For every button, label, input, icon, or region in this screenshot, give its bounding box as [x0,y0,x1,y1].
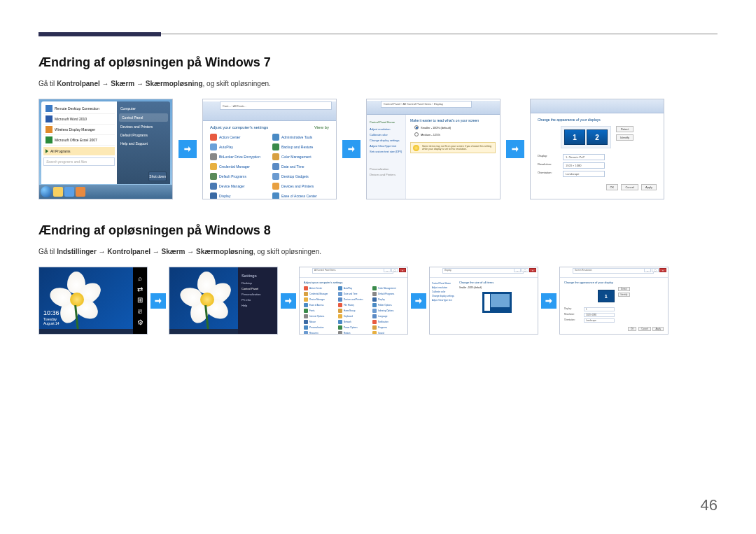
arrow-glyph: → [99,248,106,255]
screenshot-win8-settings-pane: Settings Desktop Control Panel Personali… [169,267,278,335]
address-bar: Display [442,268,524,274]
address-bar: Screen Resolution [573,268,654,274]
path-skaerm: Skærm [111,80,134,87]
share-icon: ⇄ [136,286,144,294]
settings-control-panel: Control Panel [241,287,274,290]
step-arrow-icon [411,293,426,309]
devices-icon: ⎚ [136,307,144,316]
monitor-1-icon: 1 [564,129,585,145]
apply-button: Apply [641,184,657,190]
res-title: Change the appearance of your displays [538,118,657,122]
instr-suffix: , og skift opløsningen. [253,248,321,255]
search-icon: ⌕ [136,274,144,283]
screenshot-win8-desktop-charms: 10:36Tuesday August 14 ⌕ ⇄ ⊞ ⎚ ⚙ [38,267,148,335]
all-programs: All Programs [43,147,115,155]
section2-title: Ændring af opløsningen på Windows 8 [38,223,718,238]
charms-bar: ⌕ ⇄ ⊞ ⎚ ⚙ [133,267,147,334]
size-option: Smaller - 100% (default) [459,286,535,289]
display-title: Make it easier to read what's on your sc… [410,118,496,122]
arrow-glyph: → [187,248,194,255]
cancel-button: Cancel [621,184,638,190]
side-home: Control Panel Home [370,120,402,124]
path-kontrolpanel: Kontrolpanel [107,248,150,255]
viewby-label: View by [314,125,329,129]
monitor-2-icon: 2 [587,129,608,145]
window-controls: –□× [644,268,666,272]
apply-button: Apply [652,327,664,331]
win7-steps-row: Remote Desktop Connection Microsoft Word… [38,99,718,199]
start-item: Microsoft Word 2010 [55,117,87,121]
radio-smaller: Smaller - 100% (default) [421,126,451,129]
ok-button: OK [606,184,619,190]
settings-pane: Settings Desktop Control Panel Personali… [238,267,277,334]
address-bar: All Control Panel Items [312,268,393,274]
path-skaermoplosning: Skærmopløsning [196,248,253,255]
start-item: Remote Desktop Connection [55,106,99,111]
screenshot-win7-control-panel: Cont... › All Contr... Adjust your compu… [202,99,337,199]
arrow-glyph: → [153,248,160,255]
detect-button: Detect [616,126,634,132]
start-icon: ⊞ [136,296,144,304]
cp-header: Adjust your computer's settings [210,125,268,129]
preview-icon [482,292,512,313]
arrow-glyph: → [136,80,144,87]
address-bar: Control Panel › All Control Panel Items … [381,101,472,108]
section1-title: Ændring af opløsningen på Windows 7 [38,55,718,70]
screenshot-win8-control-panel: All Control Panel Items –□× Adjust your … [299,267,408,335]
header-accent [38,32,161,36]
path-kontrolpanel: Kontrolpanel [57,80,100,87]
start-orb [41,186,52,197]
header-rule [38,34,718,34]
search-input: Search programs and files [43,157,115,166]
screenshot-win7-start-menu: Remote Desktop Connection Microsoft Word… [38,99,173,199]
path-skaermoplosning: Skærmopløsning [146,80,203,87]
identify-button: Identify [618,293,631,297]
screenshot-win8-display: Display –□× Control Panel HomeAdjust res… [429,267,538,335]
monitor-1-icon: 1 [598,290,615,302]
taskbar-icon [76,187,85,197]
detect-button: Detect [618,287,631,291]
warning-message: Some items may not fit on your screen if… [410,142,496,153]
step-arrow-icon [506,140,524,158]
section1-instruction: Gå til Kontrolpanel → Skærm → Skærmopløs… [38,80,718,87]
screenshot-win8-resolution: Screen Resolution –□× Change the appeara… [559,267,668,335]
start-item: Wireless Display Manager [55,127,95,132]
page-number: 46 [701,496,718,514]
identify-button: Identify [616,134,634,141]
shutdown-button: Shut down [148,171,167,181]
display-title: Change the size of all items [459,281,535,284]
instr-suffix: , og skift opløsningen. [203,80,271,87]
instr-prefix: Gå til [38,248,57,255]
arrow-glyph: → [102,80,109,87]
cp-header: Adjust your computer's settings [304,281,403,284]
step-arrow-icon [150,293,166,309]
start-right-item: Default Programs [120,131,167,139]
path-indstillinger: Indstillinger [57,248,97,255]
cp-grid: Action CenterAutoPlayColor ManagementCre… [304,286,403,335]
start-item: Microsoft Office Excel 2007 [55,138,97,142]
screenshot-win7-resolution: Change the appearance of your displays 1… [530,99,664,199]
start-right-item: Help and Support [120,139,167,148]
settings-icon: ⚙ [136,318,144,327]
step-arrow-icon [281,293,296,309]
start-right-item: Computer [120,104,167,113]
start-right-control-panel: Control Panel [119,113,168,122]
taskbar-icon [64,187,74,197]
section2-instruction: Gå til Indstillinger → Kontrolpanel → Sk… [38,248,718,255]
step-arrow-icon [541,293,556,309]
radio-medium: Medium - 125% [421,133,440,136]
address-bar: Cont... › All Contr... [220,101,332,110]
clock-overlay: 10:36Tuesday August 14 [43,309,59,325]
cancel-button: Cancel [638,327,650,331]
win8-steps-row: 10:36Tuesday August 14 ⌕ ⇄ ⊞ ⎚ ⚙ [38,267,718,335]
step-arrow-icon [342,140,360,158]
window-controls: –□× [384,268,406,272]
screenshot-win7-display: Control Panel › All Control Panel Items … [366,99,500,199]
window-controls: –□× [514,268,536,272]
instr-prefix: Gå til [38,80,57,87]
ok-button: OK [628,327,636,331]
step-arrow-icon [178,140,197,158]
path-skaerm: Skærm [162,248,186,255]
res-title: Change the appearance of your display [564,281,664,284]
taskbar-icon [53,187,63,197]
